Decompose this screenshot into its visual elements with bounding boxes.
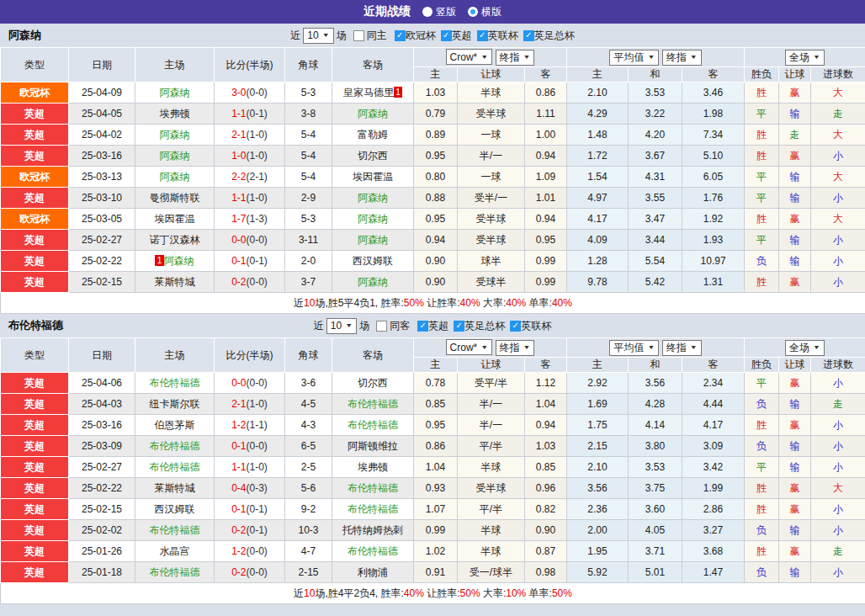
odds-provider-select[interactable]: Crow*▼ bbox=[446, 339, 493, 355]
home-team: 伯恩茅斯 bbox=[135, 415, 215, 436]
result-goals: 走 bbox=[811, 104, 865, 125]
chevron-down-icon: ▼ bbox=[690, 54, 698, 61]
col-avg-away: 客 bbox=[682, 67, 745, 82]
avg-away: 4.17 bbox=[682, 415, 745, 436]
avg-source-select[interactable]: 平均值▼ bbox=[609, 340, 659, 356]
competition-checkbox[interactable]: ✓ bbox=[510, 321, 521, 332]
competition-checkbox[interactable]: ✓ bbox=[417, 321, 428, 332]
avg-away: 6.05 bbox=[682, 167, 745, 188]
away-team: 阿森纳 bbox=[332, 188, 414, 209]
layout-radio-group: 竖版 横版 bbox=[422, 5, 501, 19]
score: 1-1(1-0) bbox=[215, 457, 285, 478]
odds-provider-select[interactable]: Crow*▼ bbox=[446, 49, 493, 65]
corner-score: 2-0 bbox=[285, 251, 332, 272]
score: 0-0(0-0) bbox=[215, 373, 285, 394]
radio-vertical-layout[interactable]: 竖版 bbox=[422, 5, 456, 19]
col-type: 类型 bbox=[1, 48, 69, 82]
competition-checkbox[interactable]: ✓ bbox=[477, 30, 488, 41]
result-goals: 大 bbox=[811, 82, 865, 104]
chevron-down-icon: ▼ bbox=[690, 344, 698, 351]
summary-text: 50% bbox=[552, 587, 572, 599]
odds-handicap: 受半球 bbox=[458, 478, 525, 499]
odds-away: 0.94 bbox=[525, 209, 567, 230]
chevron-down-icon: ▼ bbox=[480, 54, 488, 61]
competition-checkbox[interactable]: ✓ bbox=[395, 30, 406, 41]
summary-text: 让胜率: bbox=[424, 297, 460, 309]
match-date: 25-03-05 bbox=[69, 209, 135, 230]
table-row: 英超25-04-03纽卡斯尔联2-1(1-0)4-5布伦特福德0.85半/一1.… bbox=[1, 394, 865, 415]
result-handicap: 赢 bbox=[779, 415, 811, 436]
result-outcome: 平 bbox=[745, 457, 779, 478]
result-goals: 小 bbox=[811, 415, 865, 436]
col-avg-draw: 和 bbox=[629, 358, 682, 373]
match-count-select[interactable]: 10 ▼ bbox=[326, 318, 357, 334]
away-team: 布伦特福德 bbox=[332, 541, 414, 562]
away-team: 布伦特福德 bbox=[332, 499, 414, 520]
avg-home: 4.09 bbox=[567, 230, 629, 251]
avg-draw: 3.22 bbox=[629, 104, 682, 125]
avg-home: 1.75 bbox=[567, 415, 629, 436]
odds-home: 0.78 bbox=[414, 373, 458, 394]
odds-away: 1.11 bbox=[525, 104, 567, 125]
chevron-down-icon: ▼ bbox=[345, 322, 353, 329]
odds-stage-select[interactable]: 终指▼ bbox=[496, 340, 535, 356]
result-goals: 小 bbox=[811, 520, 865, 541]
avg-away: 3.68 bbox=[682, 541, 745, 562]
avg-home: 2.36 bbox=[567, 499, 629, 520]
odds-stage-value: 终指 bbox=[500, 50, 520, 65]
home-team: 布伦特福德 bbox=[135, 520, 215, 541]
col-odds-away: 客 bbox=[525, 358, 567, 373]
scope-select[interactable]: 全场▼ bbox=[785, 50, 825, 66]
scope-select[interactable]: 全场▼ bbox=[785, 340, 825, 356]
home-team: 西汉姆联 bbox=[135, 499, 215, 520]
away-team: 西汉姆联 bbox=[332, 251, 414, 272]
competition-checkbox[interactable]: ✓ bbox=[523, 30, 534, 41]
avg-home: 4.97 bbox=[567, 188, 629, 209]
avg-source-select[interactable]: 平均值▼ bbox=[609, 50, 659, 66]
avg-away: 2.34 bbox=[682, 373, 745, 394]
radio-horizontal-layout[interactable]: 横版 bbox=[468, 5, 501, 19]
team-section-brentford: 布伦特福德 近 10 ▼ 场 同客 ✓英超✓英足总杯✓英联杯 类型 日期 主场 … bbox=[0, 314, 865, 604]
odds-stage-select[interactable]: 终指▼ bbox=[496, 50, 535, 66]
odds-home: 0.88 bbox=[414, 188, 458, 209]
avg-away: 1.92 bbox=[682, 209, 745, 230]
summary-text: 40% bbox=[552, 297, 572, 309]
match-count-select[interactable]: 10 ▼ bbox=[303, 28, 333, 44]
matches-table: 类型 日期 主场 比分(半场) 角球 客场 Crow*▼ 终指▼ 平均值▼ 终指… bbox=[0, 47, 865, 314]
avg-stage-select[interactable]: 终指▼ bbox=[662, 340, 702, 356]
competition-checkbox[interactable]: ✓ bbox=[454, 321, 464, 332]
avg-draw: 3.56 bbox=[629, 373, 682, 394]
odds-home: 0.95 bbox=[414, 146, 458, 167]
avg-stage-select[interactable]: 终指▼ bbox=[662, 50, 702, 66]
result-goals: 小 bbox=[811, 499, 865, 520]
summary-text: 50% bbox=[404, 297, 424, 309]
competition-checkbox[interactable]: ✓ bbox=[441, 30, 452, 41]
match-type: 英超 bbox=[1, 436, 69, 457]
avg-stage-value: 终指 bbox=[666, 341, 687, 355]
result-handicap: 输 bbox=[779, 457, 811, 478]
match-date: 25-04-05 bbox=[69, 104, 135, 125]
home-team: 阿森纳 bbox=[135, 82, 215, 104]
result-outcome: 负 bbox=[745, 436, 779, 457]
home-team: 莱斯特城 bbox=[135, 272, 215, 293]
result-handicap: 输 bbox=[779, 188, 811, 209]
corner-score: 3-6 bbox=[285, 373, 332, 394]
away-team: 切尔西 bbox=[332, 146, 414, 167]
avg-away: 10.97 bbox=[682, 251, 745, 272]
same-venue-checkbox[interactable] bbox=[376, 321, 387, 332]
table-row: 欧冠杯25-04-09阿森纳3-0(0-0)5-3皇家马德里11.03半球0.8… bbox=[1, 82, 865, 104]
same-venue-checkbox[interactable] bbox=[353, 30, 364, 41]
home-team: 阿森纳 bbox=[135, 125, 215, 146]
col-type: 类型 bbox=[1, 338, 69, 373]
match-type: 英超 bbox=[1, 373, 69, 394]
match-type: 欧冠杯 bbox=[1, 209, 69, 230]
home-team: 埃因霍温 bbox=[135, 209, 215, 230]
odds-home: 0.86 bbox=[414, 436, 458, 457]
away-team: 阿森纳 bbox=[332, 230, 414, 251]
avg-away: 1.76 bbox=[682, 188, 745, 209]
avg-draw: 3.47 bbox=[629, 209, 682, 230]
summary-text: 近 bbox=[294, 587, 304, 599]
home-team: 埃弗顿 bbox=[135, 104, 215, 125]
result-handicap: 输 bbox=[779, 167, 811, 188]
match-type: 英超 bbox=[1, 541, 69, 562]
